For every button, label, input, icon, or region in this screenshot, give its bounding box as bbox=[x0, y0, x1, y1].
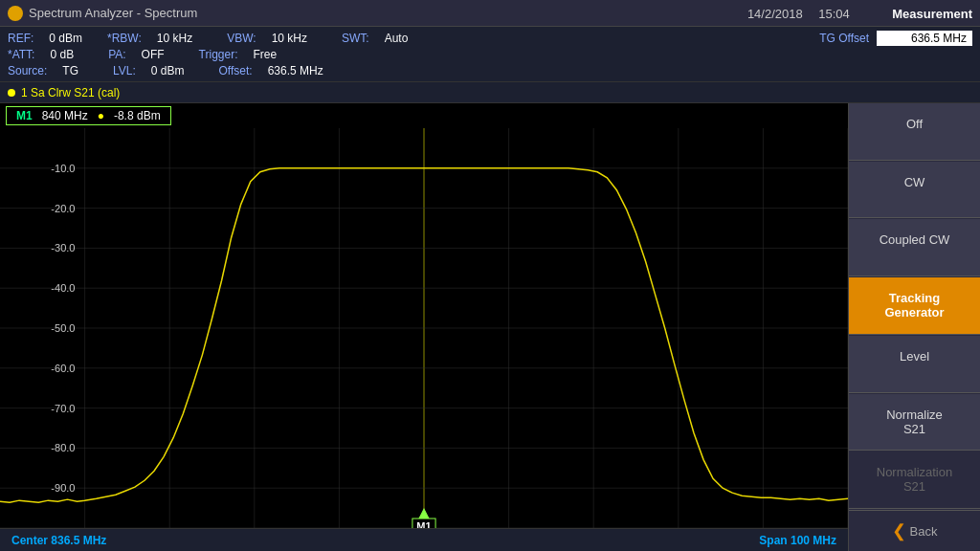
svg-text:-70.0: -70.0 bbox=[51, 403, 75, 414]
status-row: 1 Sa Clrw S21 (cal) bbox=[0, 82, 980, 103]
source-value: TG bbox=[62, 64, 78, 77]
sidebar-btn-cw[interactable]: CW bbox=[849, 162, 980, 219]
back-label: Back bbox=[910, 524, 938, 539]
sidebar-btn-tracking-generator[interactable]: TrackingGenerator bbox=[849, 277, 980, 335]
lvl-value: 0 dBm bbox=[151, 64, 185, 77]
sidebar-btn-off[interactable]: Off bbox=[849, 103, 980, 161]
vbw-value: 10 kHz bbox=[272, 32, 307, 45]
measurement-label: Measurement bbox=[892, 7, 972, 21]
span-label: Span 100 MHz bbox=[759, 534, 836, 547]
sidebar-back-button[interactable]: ❮ Back bbox=[849, 510, 980, 551]
trigger-value: Free bbox=[254, 48, 278, 61]
marker-display: M1 840 MHz ● -8.8 dBm bbox=[0, 103, 848, 128]
sidebar-btn-normalization-s21: NormalizationS21 bbox=[849, 452, 980, 509]
marker-dot: ● bbox=[98, 109, 104, 122]
app-title: Spectrum Analyzer - Spectrum bbox=[29, 6, 197, 20]
svg-text:-10.0: -10.0 bbox=[51, 163, 75, 174]
time-display: 15:04 bbox=[818, 7, 850, 21]
svg-text:-90.0: -90.0 bbox=[51, 482, 75, 494]
spectrum-chart: -10.0 -20.0 -30.0 -40.0 -50.0 -60.0 -70.… bbox=[0, 128, 848, 528]
param-row-3: Source: TG LVL: 0 dBm Offset: 636.5 MHz bbox=[8, 64, 972, 77]
title-left: Spectrum Analyzer - Spectrum bbox=[8, 6, 197, 21]
marker-box: M1 840 MHz ● -8.8 dBm bbox=[6, 106, 171, 125]
pa-value: OFF bbox=[142, 48, 165, 61]
svg-text:-50.0: -50.0 bbox=[51, 322, 75, 334]
param-row-1: REF: 0 dBm *RBW: 10 kHz VBW: 10 kHz SWT:… bbox=[8, 31, 972, 46]
ref-label: REF: bbox=[8, 32, 33, 45]
tg-offset-box: TG Offset bbox=[819, 31, 972, 46]
trigger-label: Trigger: bbox=[199, 48, 238, 61]
param-row-2: *ATT: 0 dB PA: OFF Trigger: Free bbox=[8, 48, 972, 61]
lvl-label: LVL: bbox=[113, 64, 136, 77]
att-value: 0 dB bbox=[50, 48, 74, 61]
bottom-bar: Center 836.5 MHz Span 100 MHz bbox=[0, 528, 848, 551]
center-label: Center 836.5 MHz bbox=[11, 534, 106, 547]
sidebar: Off CW Coupled CW TrackingGenerator Leve… bbox=[848, 103, 980, 551]
title-bar: Spectrum Analyzer - Spectrum 14/2/2018 1… bbox=[0, 0, 980, 27]
date-display: 14/2/2018 bbox=[747, 7, 803, 21]
offset-value: 636.5 MHz bbox=[268, 64, 323, 77]
app-logo bbox=[8, 6, 23, 21]
params-bar: REF: 0 dBm *RBW: 10 kHz VBW: 10 kHz SWT:… bbox=[0, 27, 980, 82]
marker-label: M1 bbox=[16, 109, 33, 122]
chart-container: M1 840 MHz ● -8.8 dBm bbox=[0, 103, 848, 551]
svg-text:-60.0: -60.0 bbox=[51, 363, 75, 374]
svg-text:-30.0: -30.0 bbox=[51, 242, 75, 253]
svg-text:-20.0: -20.0 bbox=[51, 203, 75, 214]
swt-label: SWT: bbox=[342, 32, 369, 45]
source-label: Source: bbox=[8, 64, 47, 77]
pa-label: PA: bbox=[108, 48, 125, 61]
sidebar-btn-normalize-s21[interactable]: NormalizeS21 bbox=[849, 394, 980, 452]
back-chevron-icon: ❮ bbox=[892, 520, 906, 541]
status-dot bbox=[8, 89, 15, 97]
rbw-value: 10 kHz bbox=[157, 32, 192, 45]
marker-value: -8.8 dBm bbox=[114, 109, 161, 122]
datetime: 14/2/2018 15:04 Measurement bbox=[747, 5, 972, 22]
svg-text:-80.0: -80.0 bbox=[51, 442, 75, 453]
rbw-label: *RBW: bbox=[107, 32, 142, 45]
sidebar-btn-level[interactable]: Level bbox=[849, 336, 980, 393]
offset-label: Offset: bbox=[219, 64, 253, 77]
att-label: *ATT: bbox=[8, 48, 34, 61]
marker-freq: 840 MHz bbox=[42, 109, 88, 122]
main-area: M1 840 MHz ● -8.8 dBm bbox=[0, 103, 980, 551]
tg-offset-label: TG Offset bbox=[819, 32, 869, 45]
sidebar-btn-coupled-cw[interactable]: Coupled CW bbox=[849, 219, 980, 276]
ref-value: 0 dBm bbox=[49, 32, 82, 45]
vbw-label: VBW: bbox=[227, 32, 256, 45]
swt-value: Auto bbox=[385, 32, 409, 45]
status-text: 1 Sa Clrw S21 (cal) bbox=[21, 86, 120, 99]
svg-text:M1: M1 bbox=[416, 520, 431, 528]
tg-offset-input[interactable] bbox=[877, 31, 972, 46]
svg-text:-40.0: -40.0 bbox=[51, 282, 75, 294]
